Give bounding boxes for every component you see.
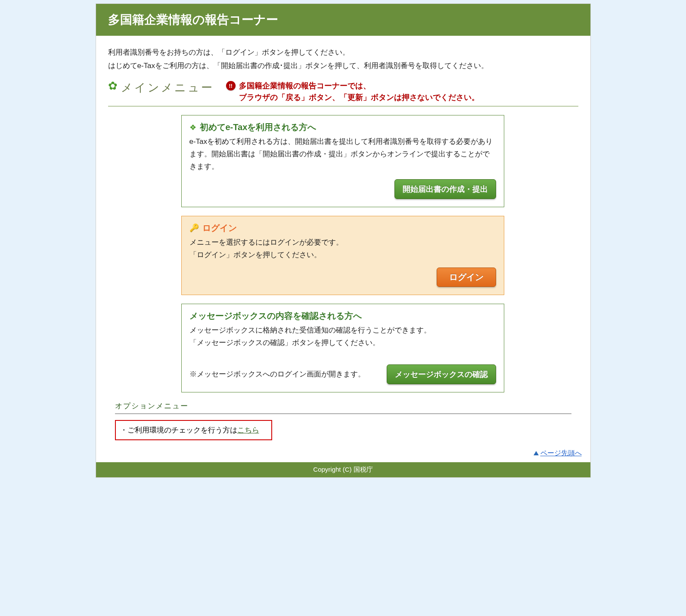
environment-check-item: ・ご利用環境のチェックを行う方はこちら bbox=[115, 420, 272, 440]
login-panel: 🔑 ログイン メニューを選択するにはログインが必要です。 「ログイン」ボタンを押… bbox=[181, 216, 504, 295]
page-footer: Copyright (C) 国税庁 bbox=[96, 462, 590, 477]
warning-text: 多国籍企業情報の報告コーナーでは、 ブラウザの「戻る」ボタン、「更新」ボタンは押… bbox=[239, 80, 479, 103]
main-menu-header: ✿ メインメニュー !! 多国籍企業情報の報告コーナーでは、 ブラウザの「戻る」… bbox=[108, 80, 578, 106]
environment-check-link[interactable]: こちら bbox=[237, 426, 259, 434]
arrow-up-icon bbox=[534, 451, 539, 455]
panel-body: e-Taxを初めて利用される方は、開始届出書を提出して利用者識別番号を取得する必… bbox=[189, 136, 496, 173]
panel-title-row: メッセージボックスの内容を確認される方へ bbox=[189, 310, 496, 322]
intro-text: 利用者識別番号をお持ちの方は、「ログイン」ボタンを押してください。 はじめてe-… bbox=[108, 46, 578, 72]
main-menu-title: メインメニュー bbox=[121, 80, 214, 95]
panel-body-line: メニューを選択するにはログインが必要です。 bbox=[189, 236, 496, 249]
panel-body: メッセージボックスに格納された受信通知の確認を行うことができます。 「メッセージ… bbox=[189, 324, 496, 349]
copyright-text: Copyright (C) 国税庁 bbox=[313, 466, 372, 473]
intro-line: 利用者識別番号をお持ちの方は、「ログイン」ボタンを押してください。 bbox=[108, 46, 578, 59]
warning-line: 多国籍企業情報の報告コーナーでは、 bbox=[239, 80, 479, 92]
warning-message: !! 多国籍企業情報の報告コーナーでは、 ブラウザの「戻る」ボタン、「更新」ボタ… bbox=[226, 80, 578, 103]
panel-title: ログイン bbox=[202, 222, 237, 234]
panels-column: ❖ 初めてe-Taxを利用される方へ e-Taxを初めて利用される方は、開始届出… bbox=[181, 115, 504, 392]
key-icon: 🔑 bbox=[189, 223, 199, 233]
option-item-text: ・ご利用環境のチェックを行う方は bbox=[120, 426, 237, 434]
content-area: 利用者識別番号をお持ちの方は、「ログイン」ボタンを押してください。 はじめてe-… bbox=[96, 36, 590, 445]
page-top-link[interactable]: ページ先頭へ bbox=[540, 449, 582, 457]
app-container: 多国籍企業情報の報告コーナー 利用者識別番号をお持ちの方は、「ログイン」ボタンを… bbox=[96, 3, 591, 478]
panel-title: 初めてe-Taxを利用される方へ bbox=[200, 121, 317, 133]
panel-title-row: ❖ 初めてe-Taxを利用される方へ bbox=[189, 121, 496, 133]
panel-body: メニューを選択するにはログインが必要です。 「ログイン」ボタンを押してください。 bbox=[189, 236, 496, 261]
panel-note: ※メッセージボックスへのログイン画面が開きます。 bbox=[189, 368, 365, 381]
message-box-confirm-button[interactable]: メッセージボックスの確認 bbox=[387, 364, 496, 384]
page-header: 多国籍企業情報の報告コーナー bbox=[96, 4, 590, 36]
clover-icon: ✿ bbox=[108, 80, 118, 91]
option-menu-title: オプションメニュー bbox=[115, 401, 571, 414]
login-button[interactable]: ログイン bbox=[437, 268, 496, 287]
panel-body-line: メッセージボックスに格納された受信通知の確認を行うことができます。 bbox=[189, 324, 496, 337]
start-notification-button[interactable]: 開始届出書の作成・提出 bbox=[394, 179, 496, 199]
panel-body-line: 「メッセージボックスの確認」ボタンを押してください。 bbox=[189, 337, 496, 349]
warning-line: ブラウザの「戻る」ボタン、「更新」ボタンは押さないでください。 bbox=[239, 92, 479, 103]
page-top-row: ページ先頭へ bbox=[96, 445, 590, 462]
panel-body-line: 「ログイン」ボタンを押してください。 bbox=[189, 249, 496, 261]
option-menu-section: オプションメニュー ・ご利用環境のチェックを行う方はこちら bbox=[108, 401, 578, 440]
panel-title-row: 🔑 ログイン bbox=[189, 222, 496, 234]
message-box-panel: メッセージボックスの内容を確認される方へ メッセージボックスに格納された受信通知… bbox=[181, 304, 504, 393]
first-time-panel: ❖ 初めてe-Taxを利用される方へ e-Taxを初めて利用される方は、開始届出… bbox=[181, 115, 504, 207]
intro-line: はじめてe-Taxをご利用の方は、「開始届出書の作成･提出」ボタンを押して、利用… bbox=[108, 59, 578, 73]
leaf-icon: ❖ bbox=[189, 123, 196, 132]
exclamation-icon: !! bbox=[226, 81, 236, 90]
panel-title: メッセージボックスの内容を確認される方へ bbox=[189, 310, 362, 322]
page-title: 多国籍企業情報の報告コーナー bbox=[108, 13, 278, 26]
